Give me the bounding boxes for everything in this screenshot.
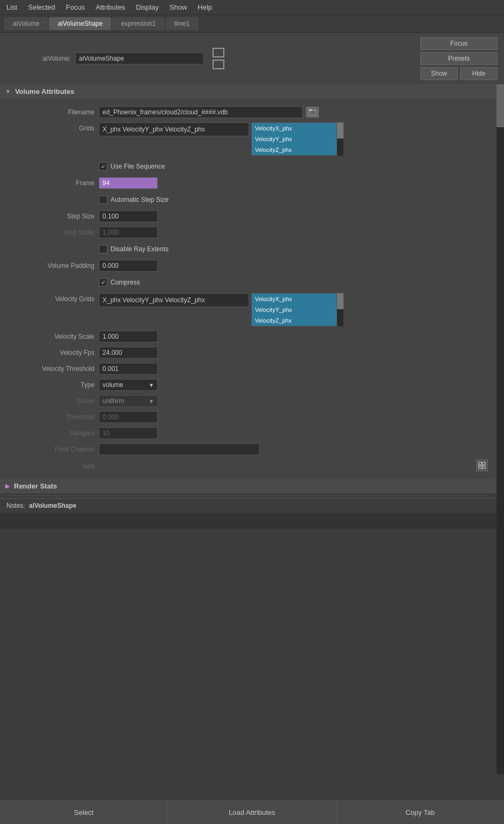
disable-ray-row: Disable Ray Extents bbox=[0, 240, 496, 258]
field-grid-icon[interactable] bbox=[476, 460, 488, 471]
tab-time1[interactable]: time1 bbox=[165, 17, 198, 30]
copy-icon-top[interactable] bbox=[213, 48, 224, 57]
velocity-thresh-input[interactable] bbox=[99, 363, 158, 375]
threshold-label: Threshold bbox=[9, 411, 94, 421]
action-buttons: Focus Presets Show Hide bbox=[420, 37, 498, 80]
velocity-scale-label: Velocity Scale bbox=[9, 331, 94, 340]
solver-dropdown[interactable]: uniform ▼ bbox=[99, 395, 158, 407]
grid-item-velocityx[interactable]: VelocityX_phx bbox=[252, 123, 337, 134]
disable-ray-spacer bbox=[9, 243, 94, 245]
auto-step-label: Automatic Step Size bbox=[111, 196, 169, 203]
threshold-row: Threshold bbox=[0, 409, 496, 425]
compress-checkbox[interactable] bbox=[99, 278, 107, 287]
menu-focus[interactable]: Focus bbox=[66, 3, 85, 11]
load-attributes-button[interactable]: Load Attributes bbox=[168, 801, 336, 824]
vertical-scrollbar[interactable] bbox=[496, 84, 504, 774]
notes-bar: Notes: aiVolumeShape bbox=[0, 498, 496, 513]
hide-button[interactable]: Hide bbox=[460, 67, 498, 80]
field-channel-row: Field Channel bbox=[0, 441, 496, 457]
step-size-row: Step Size bbox=[0, 208, 496, 224]
vel-grid-item-velocityx[interactable]: VelocityX_phx bbox=[252, 294, 337, 304]
node-label: aiVolume: bbox=[6, 55, 71, 62]
notes-value: aiVolumeShape bbox=[29, 502, 76, 509]
velocity-fps-label: Velocity Fps bbox=[9, 347, 94, 356]
menu-attributes[interactable]: Attributes bbox=[96, 3, 125, 11]
frame-input[interactable] bbox=[99, 177, 158, 189]
filename-value bbox=[99, 106, 488, 118]
tab-aivolumeshape[interactable]: aiVolumeShape bbox=[49, 17, 111, 30]
volume-section-header[interactable]: ▼ Volume Attributes bbox=[0, 84, 496, 99]
vel-grid-item-velocityy[interactable]: VelocityY_phx bbox=[252, 304, 337, 315]
icon-stack bbox=[213, 48, 224, 69]
velocity-grids-listbox[interactable]: VelocityX_phx VelocityY_phx VelocityZ_ph… bbox=[251, 293, 337, 326]
disable-ray-checkbox[interactable] bbox=[99, 245, 107, 253]
vol-padding-row: Volume Padding bbox=[0, 258, 496, 274]
auto-step-checkbox[interactable] bbox=[99, 195, 107, 204]
type-dropdown-arrow: ▼ bbox=[149, 382, 154, 388]
volume-attributes-panel: Filename Grids X_phx VelocityY_phx Veloc… bbox=[0, 99, 496, 479]
show-button[interactable]: Show bbox=[420, 67, 458, 80]
velocity-scale-input[interactable] bbox=[99, 331, 158, 342]
compress-spacer bbox=[9, 276, 94, 278]
step-scale-input[interactable] bbox=[99, 227, 158, 238]
grid-item-velocityz[interactable]: VelocityZ_phx bbox=[252, 144, 337, 155]
menu-display[interactable]: Display bbox=[136, 3, 159, 11]
bottom-buttons: Select Load Attributes Copy Tab bbox=[0, 800, 504, 824]
grids-text[interactable]: X_phx VelocityY_phx VelocityZ_phx bbox=[99, 122, 249, 136]
copy-icon-bottom[interactable] bbox=[213, 60, 224, 69]
field-channel-label: Field Channel bbox=[9, 443, 94, 453]
tab-aivolume[interactable]: aiVolume bbox=[4, 17, 48, 30]
vol-padding-input[interactable] bbox=[99, 260, 158, 272]
threshold-input[interactable] bbox=[99, 411, 158, 423]
notes-text-area[interactable] bbox=[0, 513, 496, 529]
node-name-input[interactable] bbox=[75, 53, 204, 64]
velocity-grids-label: Velocity Grids bbox=[9, 293, 94, 303]
grids-row: Grids X_phx VelocityY_phx VelocityZ_phx … bbox=[0, 120, 496, 158]
render-stats-header[interactable]: ▶ Render Stats bbox=[0, 479, 496, 493]
compress-checkbox-row: Compress bbox=[99, 276, 140, 289]
svg-rect-1 bbox=[309, 109, 312, 111]
collapse-triangle: ▼ bbox=[5, 89, 11, 94]
scrollbar-thumb[interactable] bbox=[496, 84, 504, 127]
vol-padding-label: Volume Padding bbox=[9, 260, 94, 269]
menu-help[interactable]: Help bbox=[198, 3, 212, 11]
velocity-grids-row: Velocity Grids X_phx VelocityY_phx Veloc… bbox=[0, 291, 496, 329]
use-file-seq-row: Use File Sequence bbox=[0, 158, 496, 175]
type-row: Type volume ▼ bbox=[0, 377, 496, 393]
samples-row: Samples bbox=[0, 425, 496, 441]
velocity-fps-row: Velocity Fps bbox=[0, 345, 496, 361]
velocity-fps-input[interactable] bbox=[99, 347, 158, 359]
volume-section-title: Volume Attributes bbox=[15, 87, 75, 96]
svg-rect-4 bbox=[479, 466, 481, 469]
menu-selected[interactable]: Selected bbox=[28, 3, 55, 11]
copy-tab-button[interactable]: Copy Tab bbox=[337, 801, 504, 824]
use-file-seq-checkbox[interactable] bbox=[99, 162, 107, 171]
type-label: Type bbox=[9, 379, 94, 389]
grid-item-velocityy[interactable]: VelocityY_phx bbox=[252, 134, 337, 144]
focus-button[interactable]: Focus bbox=[420, 37, 498, 50]
svg-rect-2 bbox=[479, 462, 481, 465]
select-button[interactable]: Select bbox=[0, 801, 168, 824]
vel-grid-item-velocityz[interactable]: VelocityZ_phx bbox=[252, 315, 337, 326]
type-dropdown[interactable]: volume ▼ bbox=[99, 379, 158, 391]
presets-button[interactable]: Presets bbox=[420, 52, 498, 65]
menu-bar: List Selected Focus Attributes Display S… bbox=[0, 0, 504, 15]
auto-step-spacer bbox=[9, 193, 94, 195]
frame-row: Frame bbox=[0, 175, 496, 191]
render-stats-title: Render Stats bbox=[14, 482, 57, 490]
solver-dropdown-value: uniform bbox=[103, 397, 124, 405]
tab-expression1[interactable]: expression1 bbox=[112, 17, 164, 30]
samples-input[interactable] bbox=[99, 427, 158, 439]
velocity-thresh-label: Velocity Threshold bbox=[9, 363, 94, 373]
filename-input[interactable] bbox=[99, 106, 303, 118]
file-browse-icon[interactable] bbox=[306, 107, 319, 118]
field-channel-input[interactable] bbox=[99, 443, 260, 455]
step-scale-label: Step Scale bbox=[9, 227, 94, 236]
auto-step-row: Automatic Step Size bbox=[0, 191, 496, 208]
dotted-separator bbox=[9, 495, 488, 496]
step-size-input[interactable] bbox=[99, 210, 158, 222]
menu-show[interactable]: Show bbox=[170, 3, 187, 11]
velocity-grids-text[interactable]: X_phx VelocityY_phx VelocityZ_phx bbox=[99, 293, 249, 307]
grids-listbox[interactable]: VelocityX_phx VelocityY_phx VelocityZ_ph… bbox=[251, 122, 337, 156]
menu-list[interactable]: List bbox=[6, 3, 17, 11]
